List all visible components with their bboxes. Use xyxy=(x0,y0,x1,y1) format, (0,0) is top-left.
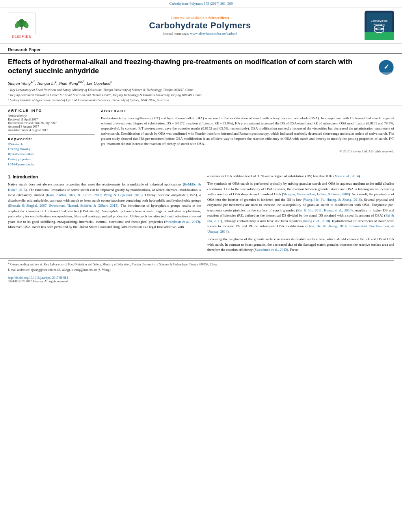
doi-line: http://dx.doi.org/10.1016/j.carbpol.2017… xyxy=(0,275,402,280)
accepted-date: Accepted 3 August 2017 xyxy=(8,125,95,128)
keyword-freezing-thawing: Freezing-thawing xyxy=(8,147,95,152)
footer-section: * Corresponding authors at: Key Laborato… xyxy=(0,258,402,275)
article-title: Effects of hydrothermal-alkali and freez… xyxy=(8,57,372,76)
received-date: Received 11 April 2017 xyxy=(8,118,95,121)
ref-sweedman[interactable]: Sweedman, Tizzotti, Schäfer, & Gilbert, … xyxy=(49,204,117,208)
author-shuo: Shuo Wang xyxy=(59,80,78,85)
body-para-right-3: Increasing the roughness of the granule … xyxy=(207,237,394,253)
ref-bai-shi2[interactable]: Bai & Shi, 2011 xyxy=(207,213,394,223)
svg-text:✓: ✓ xyxy=(383,63,389,71)
article-title-text: Effects of hydrothermal-alkali and freez… xyxy=(8,57,378,76)
article-info-abstract: ARTICLE INFO Article history: Received 1… xyxy=(0,105,402,171)
journal-logo: Carbohydrate Polymers xyxy=(365,11,394,40)
svg-point-5 xyxy=(25,23,29,28)
ref-bhosale[interactable]: Bhosale & Singhal, 2007 xyxy=(9,204,47,208)
ref-shogren[interactable]: Shogren, Viswanathan, Felker, & Gross, 2… xyxy=(283,192,349,196)
keywords-heading: Keywords: xyxy=(8,137,95,141)
journal-center: Contents lists available at ScienceDirec… xyxy=(35,16,365,35)
footnote-star: * Corresponding authors at: Key Laborato… xyxy=(8,262,394,267)
journal-title: Carbohydrate Polymers xyxy=(35,20,365,31)
affiliation-b: bBeijing Advanced Innovation Center for … xyxy=(8,93,394,98)
keyword-pasting-properties: Pasting properties xyxy=(8,157,95,162)
right-column: ABSTRACT Pre-treatments by freezing/thaw… xyxy=(101,109,394,167)
issn-line: 0144-8617/© 2017 Elsevier. All rights re… xyxy=(0,280,402,285)
ref-bemiller[interactable]: BeMiller & Huber, 2015 xyxy=(8,182,201,192)
doi-link[interactable]: http://dx.doi.org/10.1016/j.carbpol.2017… xyxy=(8,276,68,280)
keyword-osa-starch: OSA-starch xyxy=(8,142,95,147)
svg-text:Carbohydrate: Carbohydrate xyxy=(371,19,388,22)
journal-citation: Carbohydrate Polymers 175 (2017) 361–369 xyxy=(0,0,402,7)
body-section: 1. Introduction Native starch does not a… xyxy=(0,171,402,258)
author-les: Les Copeland xyxy=(86,80,110,85)
affiliation-a: aKey Laboratory of Food Nutrition and Sa… xyxy=(8,87,394,93)
left-column: ARTICLE INFO Article history: Received 1… xyxy=(8,109,95,167)
ref-huang2010b[interactable]: Huang et al., 2010 xyxy=(303,219,329,223)
abstract-heading: ABSTRACT xyxy=(101,109,394,114)
ref-miao[interactable]: Miao et al., 2014 xyxy=(335,174,359,178)
crossmark-logo[interactable]: ✓ CrossMark xyxy=(378,59,394,75)
svg-point-4 xyxy=(15,23,19,28)
authors-line: Shujun Wanga,*, Tiangui Lia, Shuo Wanga,… xyxy=(0,78,402,87)
article-title-section: Effects of hydrothermal-alkali and freez… xyxy=(0,54,402,78)
article-info-heading: ARTICLE INFO xyxy=(8,109,95,113)
ref-sweedman3[interactable]: Sweedman et al., 2013 xyxy=(255,248,287,252)
copyright: © 2017 Elsevier Ltd. All rights reserved… xyxy=(101,149,394,154)
homepage-line: journal homepage: www.elsevier.com/locat… xyxy=(35,32,365,35)
keyword-lcm-raman: LCM-Raman spectra xyxy=(8,162,95,167)
received-revised-date: Received in revised form 26 July 2017 xyxy=(8,121,95,125)
body-right-col: a maximum OSA addition level of 3.0% and… xyxy=(207,174,394,255)
ref-bai-shi[interactable]: Bai & Shi, 2011 xyxy=(298,208,322,212)
ref-sweedman2[interactable]: Sweedman et al., 2013 xyxy=(166,220,199,224)
keyword-hydrothermal-alkali: Hydrothermal-alkali xyxy=(8,152,95,157)
affiliation-c: cSydney Institute of Agriculture, School… xyxy=(8,98,394,103)
sciencedirect-link[interactable]: ScienceDirect xyxy=(208,16,229,20)
body-para-right-1: a maximum OSA addition level of 3.0% and… xyxy=(207,174,394,179)
elsevier-label: ELSEVIER xyxy=(12,35,31,39)
svg-text:Polymers: Polymers xyxy=(373,23,385,26)
svg-text:CrossMark: CrossMark xyxy=(382,72,391,74)
section1-heading: 1. Introduction xyxy=(8,174,201,180)
body-para-1: Native starch does not always possess pr… xyxy=(8,182,201,230)
body-left-col: 1. Introduction Native starch does not a… xyxy=(8,174,201,255)
ref-huang2010[interactable]: Huang et al., 2010 xyxy=(324,208,352,212)
affiliations: aKey Laboratory of Food Nutrition and Sa… xyxy=(0,87,402,105)
ref-wang-copeland[interactable]: Wang & Copeland, 2015 xyxy=(104,193,141,197)
body-para-right-2: The synthesis of OSA-starch is performed… xyxy=(207,181,394,234)
journal-header: ELSEVIER Contents lists available at Sci… xyxy=(0,7,402,44)
author-shujun: Shujun Wang xyxy=(8,80,31,85)
divider xyxy=(8,134,95,135)
available-online-date: Available online 4 August 2017 xyxy=(8,128,95,132)
author-tiangui: Tiangui Li xyxy=(37,80,55,85)
history-label: Article history: xyxy=(8,114,95,118)
homepage-link[interactable]: www.elsevier.com/locate/carbpol xyxy=(190,32,237,35)
sciencedirect-line: Contents lists available at ScienceDirec… xyxy=(35,16,365,20)
article-type: Research Paper xyxy=(0,44,402,54)
abstract-text: Pre-treatments by freezing/thawing (F/T)… xyxy=(101,116,394,146)
ref-jiranuntakul[interactable]: Jiranuntakul, Puncha-arnon, & Uttapap, 2… xyxy=(207,224,394,234)
svg-rect-9 xyxy=(365,32,394,40)
footnote-emails: E-mail addresses: sjwang@tust.edu.cn (S.… xyxy=(8,268,394,272)
ref-wang2016[interactable]: Wang, He, Fu, Huang, & Zhang, 2016 xyxy=(304,198,361,202)
ref-chen[interactable]: Chen, He, & Huang, 2014 xyxy=(307,224,346,228)
ref-kaur[interactable]: Kaur, Ariffin, Bhat, & Karim, 2012 xyxy=(47,193,101,197)
elsevier-logo: ELSEVIER xyxy=(8,13,35,39)
